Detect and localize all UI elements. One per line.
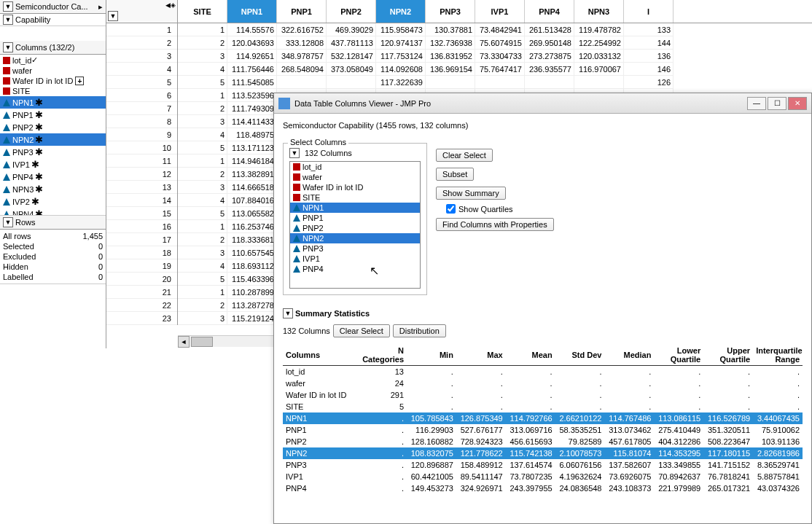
cell[interactable]: 348.978757 bbox=[277, 50, 327, 63]
cell[interactable]: 114.411433 bbox=[227, 115, 277, 128]
cell[interactable]: 111.756446 bbox=[227, 63, 277, 76]
cell[interactable]: 114.55576 bbox=[227, 23, 277, 36]
script-item[interactable]: ▼ Capability bbox=[0, 14, 106, 26]
stats-header[interactable]: Std Dev bbox=[555, 345, 605, 366]
stats-header[interactable]: Max bbox=[456, 345, 506, 366]
cell[interactable]: 261.513428 bbox=[525, 23, 574, 36]
cell[interactable]: 2 bbox=[178, 299, 227, 312]
column-item[interactable]: IVP1✱ bbox=[0, 158, 106, 171]
cell[interactable]: 115.958473 bbox=[376, 23, 426, 36]
cell[interactable]: 3 bbox=[178, 312, 227, 325]
stats-row[interactable]: wafer24........ bbox=[283, 378, 803, 389]
row-header[interactable]: 20 bbox=[106, 273, 177, 286]
cell[interactable]: 120.974137 bbox=[376, 36, 426, 50]
show-quartiles-checkbox[interactable]: Show Quartiles bbox=[446, 204, 513, 214]
row-stat[interactable]: Excluded0 bbox=[3, 251, 103, 262]
cell[interactable]: 4 bbox=[178, 259, 227, 273]
show-summary-button[interactable]: Show Summary bbox=[436, 187, 506, 200]
column-item[interactable]: PNP2✱ bbox=[0, 121, 106, 133]
cell[interactable]: 4 bbox=[178, 63, 227, 76]
listbox-item[interactable]: IVP1 bbox=[290, 254, 420, 264]
cell[interactable]: 114.946184 bbox=[227, 155, 277, 168]
cell[interactable]: 333.12808 bbox=[277, 36, 327, 50]
cell[interactable]: 113.171123 bbox=[227, 141, 277, 155]
cell[interactable]: 115.219124 bbox=[227, 312, 277, 325]
cell[interactable]: 73.4842941 bbox=[475, 23, 525, 36]
cell[interactable]: 1 bbox=[178, 89, 227, 102]
cell[interactable]: 116.970067 bbox=[574, 63, 624, 76]
cell[interactable]: 118.333681 bbox=[227, 233, 277, 246]
row-header[interactable]: 21 bbox=[106, 286, 177, 299]
cell[interactable]: 107.884016 bbox=[227, 194, 277, 207]
disclosure-triangle-icon[interactable]: ▼ bbox=[3, 217, 13, 227]
table-name-header[interactable]: ▼ Semiconductor Ca... ▸ bbox=[0, 0, 106, 14]
stats-row[interactable]: Wafer ID in lot ID291........ bbox=[283, 389, 803, 401]
disclosure-triangle-icon[interactable]: ▼ bbox=[289, 148, 300, 158]
listbox-item[interactable]: PNP2 bbox=[290, 223, 420, 233]
cell[interactable]: 144 bbox=[624, 36, 674, 50]
cell[interactable]: 114.92651 bbox=[227, 50, 277, 63]
column-header[interactable]: PNP4 bbox=[525, 0, 574, 23]
cell[interactable]: 268.548094 bbox=[277, 63, 327, 76]
cell[interactable]: 373.058049 bbox=[327, 63, 376, 76]
listbox-item[interactable]: PNP3 bbox=[290, 243, 420, 254]
stats-header[interactable]: Mean bbox=[506, 345, 555, 366]
show-quartiles-input[interactable] bbox=[446, 204, 456, 214]
row-header[interactable]: 7 bbox=[106, 102, 177, 115]
cell[interactable]: 114.092608 bbox=[376, 63, 426, 76]
cell[interactable]: 136.969154 bbox=[426, 63, 475, 76]
row-header[interactable]: 14 bbox=[106, 194, 177, 207]
row-header[interactable]: 13 bbox=[106, 181, 177, 194]
column-header[interactable]: PNP2 bbox=[327, 0, 376, 23]
column-item[interactable]: NPN1✱ bbox=[0, 96, 106, 109]
cell[interactable]: 437.781113 bbox=[327, 36, 376, 50]
cell[interactable]: 532.128147 bbox=[327, 50, 376, 63]
panel-expand-icon[interactable]: ▸ bbox=[98, 2, 103, 12]
stats-row[interactable]: PNP4.149.453273324.926971243.39795524.08… bbox=[283, 482, 803, 494]
cell[interactable]: 117.753124 bbox=[376, 50, 426, 63]
listbox-item[interactable]: NPN2 bbox=[290, 233, 420, 243]
cell[interactable]: 133 bbox=[624, 23, 674, 36]
row-header[interactable]: 10 bbox=[106, 141, 177, 155]
cell[interactable]: 4 bbox=[178, 128, 227, 141]
listbox-item[interactable]: PNP1 bbox=[290, 213, 420, 223]
cell[interactable]: 2 bbox=[178, 168, 227, 181]
cell[interactable]: 75.7647417 bbox=[475, 63, 525, 76]
row-header[interactable]: 2 bbox=[106, 36, 177, 50]
stats-row[interactable]: IVP1.60.442100589.541114773.78072354.196… bbox=[283, 471, 803, 482]
cell[interactable]: 111.749309 bbox=[227, 102, 277, 115]
cell[interactable] bbox=[327, 76, 376, 89]
cell[interactable] bbox=[475, 76, 525, 89]
listbox-item[interactable]: NPN1 bbox=[290, 203, 420, 213]
listbox-item[interactable]: Wafer ID in lot ID bbox=[290, 182, 420, 192]
cell[interactable]: 113.523596 bbox=[227, 89, 277, 102]
cell[interactable]: 3 bbox=[178, 50, 227, 63]
cell[interactable]: 117.322639 bbox=[376, 76, 426, 89]
row-header[interactable]: 17 bbox=[106, 233, 177, 246]
distribution-button[interactable]: Distribution bbox=[393, 324, 446, 337]
listbox-item[interactable]: PNP4 bbox=[290, 264, 420, 274]
cell[interactable]: 122.254992 bbox=[574, 36, 624, 50]
column-header[interactable]: IVP1 bbox=[475, 0, 525, 23]
row-header[interactable]: 19 bbox=[106, 259, 177, 273]
cell[interactable] bbox=[525, 76, 574, 89]
row-header[interactable]: 8 bbox=[106, 115, 177, 128]
row-stat[interactable]: All rows1,455 bbox=[3, 231, 103, 241]
stats-header[interactable]: Min bbox=[407, 345, 456, 366]
listbox-item[interactable]: wafer bbox=[290, 172, 420, 182]
cell[interactable]: 273.273875 bbox=[525, 50, 574, 63]
listbox-item[interactable]: SITE bbox=[290, 192, 420, 203]
row-header[interactable]: 11 bbox=[106, 155, 177, 168]
column-header[interactable]: NPN2 bbox=[376, 0, 426, 23]
cell[interactable]: 3 bbox=[178, 115, 227, 128]
cell[interactable]: 110.287899 bbox=[227, 286, 277, 299]
row-header[interactable]: 5 bbox=[106, 76, 177, 89]
cell[interactable]: 130.37881 bbox=[426, 23, 475, 36]
stats-header[interactable]: LowerQuartile bbox=[654, 345, 703, 366]
cell[interactable]: 236.935577 bbox=[525, 63, 574, 76]
stats-header[interactable]: Columns bbox=[283, 345, 356, 366]
cell[interactable]: 115.463396 bbox=[227, 273, 277, 286]
close-button[interactable]: ✕ bbox=[788, 97, 807, 110]
cell[interactable]: 113.382891 bbox=[227, 168, 277, 181]
cell[interactable]: 146 bbox=[624, 63, 674, 76]
